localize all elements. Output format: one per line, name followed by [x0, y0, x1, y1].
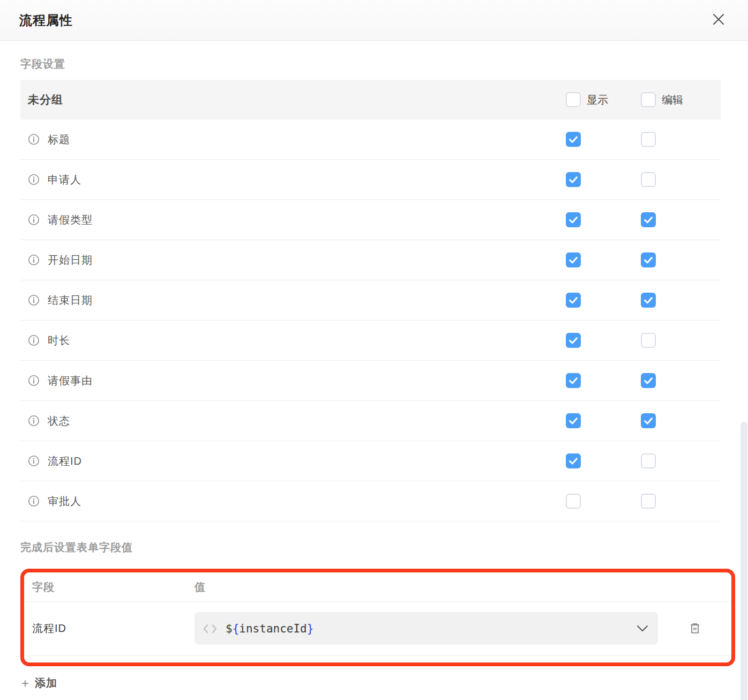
dialog-header: 流程属性 — [0, 0, 748, 41]
field-label: 流程ID — [48, 454, 82, 468]
process-properties-dialog: 流程属性 字段设置 未分组 显示 — [0, 0, 748, 700]
group-edit-checkbox[interactable] — [641, 92, 656, 107]
check-icon — [566, 252, 581, 267]
show-checkbox[interactable] — [566, 293, 581, 308]
edit-checkbox[interactable] — [641, 252, 656, 267]
info-icon — [28, 455, 40, 467]
close-icon — [712, 12, 725, 26]
field-row: 时长 — [20, 321, 721, 361]
field-label: 申请人 — [48, 173, 81, 187]
field-row: 申请人 — [20, 160, 721, 200]
info-icon — [28, 375, 40, 386]
trash-icon — [688, 622, 702, 636]
field-row: 流程ID — [20, 441, 721, 481]
field-label: 开始日期 — [48, 253, 93, 267]
field-row: 请假事由 — [20, 361, 721, 401]
edit-column-label: 编辑 — [662, 93, 683, 107]
field-row: 开始日期 — [20, 240, 721, 280]
show-checkbox[interactable] — [566, 172, 581, 187]
check-icon — [641, 293, 656, 308]
show-checkbox[interactable] — [566, 373, 581, 388]
check-icon — [641, 212, 656, 227]
edit-checkbox[interactable] — [641, 373, 656, 388]
scrollbar-thumb[interactable] — [740, 422, 747, 700]
field-rows: 标题 申请人 — [20, 120, 721, 522]
value-column-header: 值 — [195, 580, 206, 594]
edit-checkbox[interactable] — [641, 413, 656, 428]
red-highlight-annotation: 字段 值 流程ID ${instanceId} — [20, 569, 735, 666]
field-settings-section-label: 字段设置 — [20, 55, 748, 72]
group-show-checkbox[interactable] — [566, 92, 581, 107]
show-checkbox[interactable] — [566, 453, 581, 468]
field-label: 请假事由 — [48, 374, 93, 388]
field-label: 结束日期 — [48, 293, 93, 308]
close-button[interactable] — [710, 11, 727, 27]
plus-icon: + — [21, 677, 29, 690]
show-checkbox[interactable] — [566, 413, 581, 428]
info-icon — [28, 495, 40, 507]
check-icon — [641, 373, 656, 388]
dialog-body: 字段设置 未分组 显示 — [0, 41, 748, 692]
group-header-row: 未分组 显示 编辑 — [20, 80, 721, 120]
field-value-row: 流程ID ${instanceId} — [24, 602, 731, 656]
info-icon — [28, 254, 40, 266]
check-icon — [641, 252, 656, 267]
info-icon — [28, 294, 40, 306]
info-icon — [28, 334, 40, 346]
check-icon — [566, 212, 581, 227]
chevron-down-icon — [637, 625, 648, 632]
field-label: 请假类型 — [48, 213, 93, 227]
field-row: 审批人 — [20, 481, 721, 522]
post-completion-section-label: 完成后设置表单字段值 — [20, 539, 748, 556]
edit-checkbox[interactable] — [641, 494, 656, 509]
add-button-label: 添加 — [35, 676, 57, 690]
edit-checkbox[interactable] — [641, 212, 656, 227]
check-icon — [641, 413, 656, 428]
edit-checkbox[interactable] — [641, 453, 656, 468]
edit-checkbox[interactable] — [641, 333, 656, 348]
edit-checkbox[interactable] — [641, 172, 656, 187]
delete-row-button[interactable] — [686, 620, 704, 638]
value-select[interactable]: ${instanceId} — [195, 612, 658, 645]
check-icon — [566, 373, 581, 388]
field-settings-table: 未分组 显示 编辑 — [20, 80, 721, 522]
field-label: 时长 — [48, 333, 70, 348]
field-row: 状态 — [20, 401, 721, 441]
value-table-header: 字段 值 — [24, 572, 731, 602]
edit-checkbox[interactable] — [641, 132, 656, 147]
check-icon — [566, 453, 581, 468]
show-checkbox[interactable] — [566, 333, 581, 348]
value-expression: ${instanceId} — [226, 622, 313, 635]
group-name: 未分组 — [28, 92, 63, 107]
field-label: 标题 — [48, 132, 70, 147]
edit-checkbox[interactable] — [641, 293, 656, 308]
field-label: 审批人 — [48, 494, 81, 509]
info-icon — [28, 214, 40, 226]
field-row: 标题 — [20, 120, 721, 160]
check-icon — [566, 172, 581, 187]
check-icon — [566, 333, 581, 348]
info-icon — [28, 133, 40, 145]
field-name: 流程ID — [32, 621, 195, 636]
check-icon — [566, 413, 581, 428]
dialog-title: 流程属性 — [19, 12, 73, 29]
info-icon — [28, 415, 40, 427]
field-label: 状态 — [48, 414, 70, 428]
show-column-label: 显示 — [587, 93, 608, 107]
check-icon — [566, 132, 581, 147]
add-button[interactable]: + 添加 — [20, 674, 58, 692]
field-row: 结束日期 — [20, 280, 721, 321]
info-icon — [28, 174, 40, 185]
show-checkbox[interactable] — [566, 252, 581, 267]
show-checkbox[interactable] — [566, 494, 581, 509]
code-icon — [202, 623, 218, 635]
show-checkbox[interactable] — [566, 132, 581, 147]
field-row: 请假类型 — [20, 200, 721, 240]
field-column-header: 字段 — [32, 580, 195, 594]
show-checkbox[interactable] — [566, 212, 581, 227]
check-icon — [566, 293, 581, 308]
